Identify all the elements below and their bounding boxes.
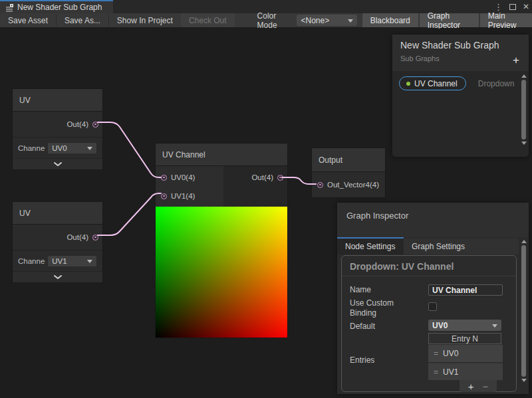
color-mode-dropdown[interactable]: <None> <box>297 15 356 26</box>
color-mode-label: Color Mode <box>235 13 297 27</box>
node-title[interactable]: UV Channel <box>156 144 287 166</box>
inspector-scrollbar[interactable] <box>521 240 527 392</box>
save-asset-button[interactable]: Save Asset <box>0 13 56 27</box>
default-label: Default <box>350 322 375 331</box>
entry-row-uv0[interactable]: = UV0 <box>428 345 503 362</box>
node-title[interactable]: UV <box>13 89 102 112</box>
chevron-down-icon <box>53 274 63 280</box>
name-label: Name <box>350 285 371 294</box>
sub-graph-asset-icon <box>5 3 14 12</box>
settings-heading: Dropdown: UV Channel <box>342 256 516 276</box>
scroll-down-icon[interactable] <box>521 379 527 382</box>
blackboard-subtitle: Sub Graphs <box>400 54 521 62</box>
exposed-dot-icon <box>406 82 410 86</box>
output-port[interactable] <box>92 235 98 241</box>
blackboard-scrollbar[interactable] <box>521 74 527 153</box>
add-property-button[interactable]: + <box>513 54 519 66</box>
tab-title: New Shader Sub Graph <box>17 3 102 12</box>
entry-value: UV1 <box>443 367 458 377</box>
window-menu-icon[interactable]: ⋮ <box>494 3 503 11</box>
port-label-uv0: UV0(4) <box>171 173 195 181</box>
graph-inspector-toggle-button[interactable]: Graph Inspector <box>420 13 479 27</box>
uv-gradient-preview <box>156 207 287 338</box>
scroll-thumb[interactable] <box>521 245 526 377</box>
scroll-up-icon[interactable] <box>521 74 527 78</box>
node-title[interactable]: Output <box>312 148 385 172</box>
add-entry-button[interactable]: + <box>468 381 474 391</box>
blackboard-toggle-button[interactable]: Blackboard <box>362 13 418 27</box>
entry-row-uv1[interactable]: = UV1 <box>428 363 503 380</box>
graph-toolbar: Save Asset Save As... Show In Project Ch… <box>0 13 532 28</box>
uv-node-top[interactable]: UV Out(4) Channe UV0 <box>12 88 103 170</box>
channel-value: UV1 <box>52 257 66 265</box>
drag-handle-icon[interactable]: = <box>434 367 438 377</box>
input-port-uv0[interactable] <box>161 175 167 181</box>
port-label-uv1: UV1(4) <box>171 192 195 200</box>
output-port[interactable] <box>92 122 98 128</box>
remove-entry-button[interactable]: − <box>482 381 488 391</box>
dropdown-settings-box: Dropdown: UV Channel Name Use Custom Bin… <box>341 255 517 392</box>
default-value: UV0 <box>432 321 448 330</box>
scroll-down-icon[interactable] <box>521 142 527 145</box>
port-label-out: Out(4) <box>66 233 88 241</box>
property-type: Dropdown <box>478 79 515 88</box>
uv-channel-node[interactable]: UV Channel UV0(4) UV1(4) Out(4) <box>155 143 288 338</box>
channel-dropdown[interactable]: UV0 <box>47 142 97 154</box>
uv-node-bottom[interactable]: UV Out(4) Channe UV1 <box>12 201 103 283</box>
chevron-down-icon <box>87 147 92 150</box>
blackboard-item-uv-channel[interactable]: UV Channel Dropdown <box>399 76 522 90</box>
property-name: UV Channel <box>414 79 458 88</box>
node-collapse-button[interactable] <box>13 158 102 169</box>
entries-label: Entries <box>350 355 374 365</box>
maximize-icon[interactable] <box>509 4 516 10</box>
main-preview-toggle-button[interactable]: Main Preview <box>480 13 532 27</box>
output-port[interactable] <box>277 175 283 181</box>
inspector-title: Graph Inspector <box>346 211 519 221</box>
graph-inspector-panel[interactable]: Graph Inspector Node Settings Graph Sett… <box>337 203 529 394</box>
drag-handle-icon[interactable]: = <box>434 349 438 358</box>
chevron-down-icon <box>348 19 353 23</box>
close-icon[interactable]: ✕ <box>523 3 529 11</box>
blackboard-panel[interactable]: New Shader Sub Graph Sub Graphs + UV Cha… <box>392 35 529 157</box>
channel-dropdown[interactable]: UV1 <box>47 255 97 267</box>
entry-value: UV0 <box>443 349 458 358</box>
input-port-uv1[interactable] <box>161 193 167 199</box>
chevron-down-icon <box>87 260 92 263</box>
use-custom-binding-checkbox[interactable] <box>428 302 437 311</box>
entry-list-footer: + − <box>460 380 497 392</box>
port-label-out: Out(4) <box>251 173 273 181</box>
tab-new-shader-sub-graph[interactable]: New Shader Sub Graph <box>0 0 113 13</box>
entry-list-header: Entry N <box>428 333 501 344</box>
channel-value: UV0 <box>52 144 66 152</box>
chevron-down-icon <box>53 161 63 167</box>
output-node[interactable]: Output Out_Vector4(4) <box>311 148 386 198</box>
channel-label: Channe <box>18 257 45 265</box>
check-out-button: Check Out <box>181 13 235 27</box>
chevron-down-icon <box>492 324 497 328</box>
node-title[interactable]: UV <box>13 202 102 225</box>
show-in-project-button[interactable]: Show In Project <box>109 13 181 27</box>
scroll-thumb[interactable] <box>521 80 526 140</box>
blackboard-title: New Shader Sub Graph <box>400 40 521 50</box>
name-input[interactable] <box>428 284 503 296</box>
save-as-button[interactable]: Save As... <box>57 13 108 27</box>
color-mode-value: <None> <box>301 16 329 25</box>
port-label-out: Out(4) <box>66 120 88 128</box>
property-pill[interactable]: UV Channel <box>399 76 466 90</box>
use-custom-binding-label: Use Custom Binding <box>350 298 416 318</box>
unity-shader-graph-window: New Shader Sub Graph ⋮ ✕ Save Asset Save… <box>0 0 532 398</box>
scroll-up-icon[interactable] <box>521 240 527 243</box>
tab-node-settings[interactable]: Node Settings <box>337 239 404 254</box>
default-dropdown[interactable]: UV0 <box>428 320 501 331</box>
port-label-out-vector4: Out_Vector4(4) <box>327 181 379 189</box>
tab-graph-settings[interactable]: Graph Settings <box>404 239 473 254</box>
channel-label: Channe <box>18 144 45 152</box>
node-collapse-button[interactable] <box>13 271 102 282</box>
input-port-out-vector4[interactable] <box>317 182 323 188</box>
